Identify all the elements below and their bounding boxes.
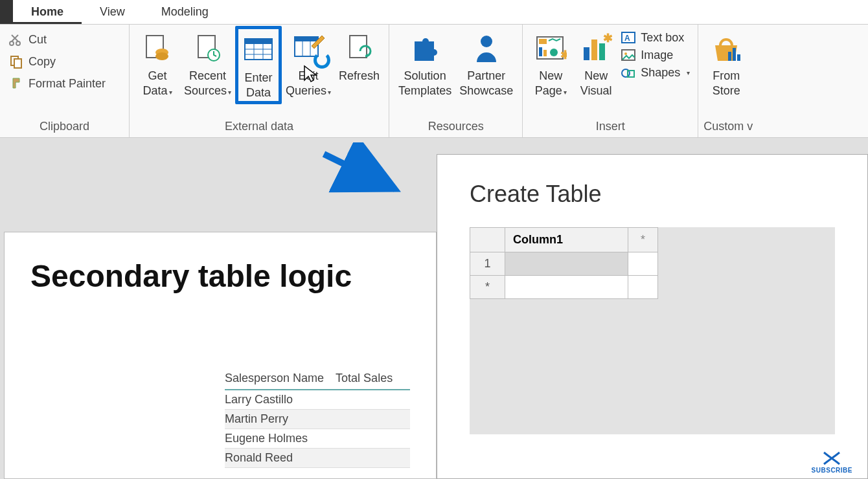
image-icon: [621, 49, 635, 62]
svg-rect-22: [539, 39, 547, 44]
get-data-icon: [143, 31, 172, 67]
new-page-button[interactable]: ✱ New Page▾: [528, 27, 573, 99]
solution-templates-label: Solution Templates: [398, 69, 451, 99]
svg-rect-16: [295, 37, 318, 41]
sales-table[interactable]: Salesperson Name Total Sales Larry Casti…: [225, 372, 410, 468]
subscribe-badge[interactable]: SUBSCRIBE: [812, 451, 852, 474]
grid-add-column[interactable]: *: [628, 228, 658, 252]
new-page-label: New Page▾: [535, 69, 567, 99]
grid-add-cell[interactable]: [628, 252, 658, 276]
get-data-label: Get Data▾: [143, 69, 172, 99]
textbox-icon: A: [621, 32, 635, 45]
svg-rect-28: [591, 39, 597, 60]
group-clipboard: Cut Copy Format Painter Clipboard: [0, 25, 130, 137]
new-visual-button[interactable]: ✱ New Visual: [573, 27, 619, 99]
image-button[interactable]: Image: [621, 49, 690, 62]
get-data-button[interactable]: Get Data▾: [135, 27, 180, 99]
svg-rect-37: [728, 52, 731, 61]
new-visual-label: New Visual: [580, 69, 612, 99]
svg-rect-3: [14, 59, 21, 68]
recent-sources-icon: [193, 31, 223, 67]
table-row: Larry Castillo: [225, 390, 410, 410]
recent-sources-button[interactable]: Recent Sources▾: [180, 27, 235, 99]
svg-rect-10: [245, 39, 272, 44]
svg-rect-23: [539, 47, 542, 56]
paintbrush-icon: [9, 76, 23, 91]
svg-text:✱: ✱: [603, 33, 612, 45]
subscribe-label: SUBSCRIBE: [812, 467, 852, 474]
svg-line-40: [324, 154, 395, 189]
partner-showcase-button[interactable]: Partner Showcase: [455, 27, 517, 99]
tab-view[interactable]: View: [82, 0, 143, 24]
group-resources: Solution Templates Partner Showcase Reso…: [389, 25, 523, 137]
report-canvas[interactable]: Secondary table logic Salesperson Name T…: [4, 232, 437, 479]
cut-button[interactable]: Cut: [5, 30, 109, 49]
svg-point-20: [481, 36, 492, 47]
from-store-label: From Store: [713, 69, 740, 99]
svg-text:A: A: [624, 34, 630, 43]
image-label: Image: [641, 49, 673, 62]
group-external-data: Get Data▾ Recent Sources▾ Enter Data Edi…: [130, 25, 389, 137]
shapes-label: Shapes: [641, 66, 680, 80]
svg-rect-29: [599, 43, 605, 60]
refresh-button[interactable]: Refresh: [335, 27, 383, 84]
grid-corner[interactable]: [470, 228, 505, 252]
annotation-arrow: [311, 142, 415, 207]
svg-point-1: [16, 41, 20, 45]
textbox-label: Text box: [641, 31, 684, 45]
table-row: Martin Perry: [225, 410, 410, 429]
table-row: Eugene Holmes: [225, 429, 410, 449]
shapes-button[interactable]: Shapes▾: [621, 66, 690, 80]
svg-rect-24: [543, 50, 547, 56]
grid-add-row[interactable]: *: [470, 276, 505, 299]
svg-point-25: [550, 49, 558, 56]
tab-home[interactable]: Home: [13, 0, 82, 24]
report-title: Secondary table logic: [30, 258, 410, 294]
svg-rect-39: [737, 54, 740, 61]
enter-data-icon: [242, 33, 275, 69]
create-table-grid[interactable]: Column1 * 1 *: [470, 227, 658, 299]
app-menu-corner[interactable]: [0, 0, 13, 24]
edit-queries-icon: [292, 31, 325, 67]
svg-point-34: [624, 52, 627, 55]
grid-add-cell[interactable]: [628, 276, 658, 299]
grid-cell[interactable]: [505, 276, 628, 299]
format-painter-label: Format Painter: [29, 77, 106, 91]
person-icon: [472, 31, 501, 67]
refresh-label: Refresh: [339, 69, 380, 84]
grid-column-header[interactable]: Column1: [505, 228, 628, 252]
svg-point-6: [155, 52, 168, 60]
group-insert: ✱ New Page▾ ✱ New Visual A Text box Imag…: [523, 25, 698, 137]
svg-rect-27: [584, 47, 589, 60]
group-custom: From Store Custom v: [698, 25, 758, 137]
tab-modeling[interactable]: Modeling: [143, 0, 227, 24]
group-label-custom: Custom v: [703, 120, 753, 136]
edit-queries-label: Edit Queries▾: [286, 69, 331, 99]
enter-data-button[interactable]: Enter Data: [235, 26, 282, 104]
grid-cell[interactable]: [505, 252, 628, 276]
svg-point-0: [10, 41, 14, 45]
col-salesperson: Salesperson Name: [225, 372, 324, 385]
edit-queries-button[interactable]: Edit Queries▾: [282, 27, 335, 99]
grid-row-header[interactable]: 1: [470, 252, 505, 276]
svg-rect-38: [733, 48, 736, 61]
svg-text:✱: ✱: [560, 49, 567, 61]
puzzle-icon: [408, 31, 442, 67]
refresh-icon: [345, 31, 374, 67]
new-page-icon: ✱: [534, 31, 567, 67]
textbox-button[interactable]: A Text box: [621, 31, 690, 45]
recent-sources-label: Recent Sources▾: [184, 69, 231, 99]
format-painter-button[interactable]: Format Painter: [5, 74, 109, 93]
from-store-button[interactable]: From Store: [703, 27, 749, 99]
shapes-icon: [621, 67, 635, 80]
col-total-sales: Total Sales: [336, 372, 393, 385]
scissors-icon: [9, 32, 23, 47]
table-row: Ronald Reed: [225, 449, 410, 468]
dna-icon: [821, 451, 842, 465]
solution-templates-button[interactable]: Solution Templates: [394, 27, 455, 99]
copy-button[interactable]: Copy: [5, 52, 109, 71]
new-visual-icon: ✱: [580, 31, 612, 67]
copy-label: Copy: [29, 55, 56, 69]
ribbon: Cut Copy Format Painter Clipboard Get: [0, 25, 868, 138]
create-table-dialog[interactable]: Create Table Column1 * 1 *: [437, 154, 868, 479]
